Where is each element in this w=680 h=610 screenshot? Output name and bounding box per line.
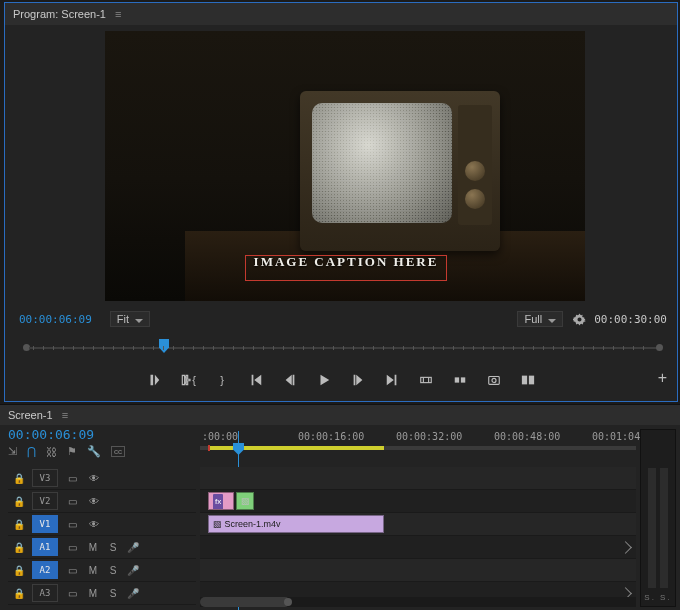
extract-button[interactable]: [452, 372, 468, 388]
solo-button[interactable]: S: [106, 588, 120, 599]
clip-label: Screen-1.m4v: [225, 519, 281, 529]
track-target-v3[interactable]: V3: [32, 469, 58, 487]
mark-in-button[interactable]: [146, 372, 162, 388]
track-target-v2[interactable]: V2: [32, 492, 58, 510]
timeline-hscrollbar[interactable]: [200, 597, 636, 607]
mark-out-button[interactable]: {: [180, 372, 196, 388]
lock-icon[interactable]: 🔒: [12, 542, 26, 553]
svg-rect-6: [529, 376, 534, 385]
panel-menu-icon[interactable]: ≡: [115, 3, 121, 25]
sequence-timecode[interactable]: 00:00:06:09: [8, 427, 94, 442]
step-back-button[interactable]: [282, 372, 298, 388]
eye-icon[interactable]: 👁: [86, 496, 102, 507]
solo-button[interactable]: S: [106, 565, 120, 576]
track-header-v2[interactable]: 🔒 V2 ▭ 👁: [8, 490, 196, 513]
track-target-a2[interactable]: A2: [32, 561, 58, 579]
program-monitor-header: Program: Screen-1 ≡: [5, 3, 677, 25]
comparison-view-button[interactable]: [520, 372, 536, 388]
lock-icon[interactable]: 🔒: [12, 473, 26, 484]
source-patch-icon[interactable]: ▭: [64, 588, 80, 599]
source-patch-icon[interactable]: ▭: [64, 565, 80, 576]
button-editor-add[interactable]: +: [658, 369, 667, 387]
lane-v1[interactable]: ▧ Screen-1.m4v: [200, 513, 636, 536]
lane-v2[interactable]: fx ▧: [200, 490, 636, 513]
caption-overlay[interactable]: IMAGE CAPTION HERE: [245, 255, 447, 281]
voiceover-icon[interactable]: 🎤: [126, 542, 140, 553]
timeline-tab[interactable]: Screen-1 ≡: [0, 405, 680, 425]
svg-point-4: [492, 378, 496, 382]
timeline-tools: ⇲ ⋂ ⛓ ⚑ 🔧 cc: [8, 445, 125, 458]
playhead-timecode[interactable]: 00:00:06:09: [19, 313, 92, 326]
preview-scene: IMAGE CAPTION HERE: [105, 31, 585, 301]
clip-video-1[interactable]: ▧ Screen-1.m4v: [208, 515, 384, 533]
source-patch-icon[interactable]: ▭: [64, 542, 80, 553]
program-time-ruler[interactable]: [19, 335, 667, 361]
source-patch-icon[interactable]: ▭: [64, 473, 80, 484]
voiceover-icon[interactable]: 🎤: [126, 565, 140, 576]
svg-rect-0: [421, 377, 432, 382]
program-preview[interactable]: IMAGE CAPTION HERE: [105, 31, 585, 301]
snap-icon[interactable]: ⋂: [27, 445, 36, 458]
track-header-a3[interactable]: 🔒 A3 ▭ M S 🎤: [8, 582, 196, 605]
nest-toggle-icon[interactable]: ⇲: [8, 445, 17, 458]
track-header-a2[interactable]: 🔒 A2 ▭ M S 🎤: [8, 559, 196, 582]
lane-a2[interactable]: [200, 559, 636, 582]
resolution-select[interactable]: Full: [517, 311, 563, 327]
clip-graphic-2[interactable]: ▧: [236, 492, 254, 510]
audio-meters[interactable]: S. S.: [640, 429, 676, 607]
track-header-v1[interactable]: 🔒 V1 ▭ 👁: [8, 513, 196, 536]
settings-icon[interactable]: [573, 313, 586, 326]
lock-icon[interactable]: 🔒: [12, 519, 26, 530]
export-frame-button[interactable]: [486, 372, 502, 388]
track-header-v3[interactable]: 🔒 V3 ▭ 👁: [8, 467, 196, 490]
go-to-out-button[interactable]: [384, 372, 400, 388]
mark-clip-button[interactable]: }: [214, 372, 230, 388]
eye-icon[interactable]: 👁: [86, 519, 102, 530]
ruler-label: 00:00:48:00: [494, 431, 560, 442]
source-patch-icon[interactable]: ▭: [64, 519, 80, 530]
lift-button[interactable]: [418, 372, 434, 388]
mute-button[interactable]: M: [86, 542, 100, 553]
mute-button[interactable]: M: [86, 588, 100, 599]
lane-v3[interactable]: [200, 467, 636, 490]
timeline-lanes[interactable]: fx ▧ ▧ Screen-1.m4v: [200, 467, 636, 605]
lock-icon[interactable]: 🔒: [12, 588, 26, 599]
lane-a1[interactable]: [200, 536, 636, 559]
linked-selection-icon[interactable]: ⛓: [46, 446, 57, 458]
marker-icon[interactable]: ⚑: [67, 445, 77, 458]
scroll-thumb[interactable]: [200, 597, 290, 607]
timeline-panel: Screen-1 ≡ 00:00:06:09 ⇲ ⋂ ⛓ ⚑ 🔧 cc :00:…: [0, 404, 680, 610]
svg-rect-1: [455, 377, 459, 382]
go-to-in-button[interactable]: [248, 372, 264, 388]
solo-button[interactable]: S: [106, 542, 120, 553]
track-headers: 🔒 V3 ▭ 👁 🔒 V2 ▭ 👁 🔒 V1 ▭ 👁 🔒 A1 ▭ M S 🎤 …: [8, 467, 196, 605]
track-target-a3[interactable]: A3: [32, 584, 58, 602]
ruler-label: 00:00:32:00: [396, 431, 462, 442]
track-target-a1[interactable]: A1: [32, 538, 58, 556]
timeline-header: 00:00:06:09: [8, 427, 94, 442]
step-forward-button[interactable]: [350, 372, 366, 388]
track-header-a1[interactable]: 🔒 A1 ▭ M S 🎤: [8, 536, 196, 559]
transport-controls: { }: [5, 365, 677, 395]
timeline-ruler[interactable]: :00:00 00:00:16:00 00:00:32:00 00:00:48:…: [200, 431, 636, 463]
svg-rect-3: [489, 377, 500, 385]
play-button[interactable]: [316, 372, 332, 388]
settings-icon[interactable]: 🔧: [87, 445, 101, 458]
svg-rect-5: [522, 376, 527, 385]
source-patch-icon[interactable]: ▭: [64, 496, 80, 507]
track-target-v1[interactable]: V1: [32, 515, 58, 533]
program-playhead[interactable]: [159, 339, 169, 353]
panel-menu-icon[interactable]: ≡: [62, 409, 68, 421]
clip-graphic-1[interactable]: fx: [208, 492, 234, 510]
mute-button[interactable]: M: [86, 565, 100, 576]
voiceover-icon[interactable]: 🎤: [126, 588, 140, 599]
lock-icon[interactable]: 🔒: [12, 496, 26, 507]
zoom-select[interactable]: Fit: [110, 311, 150, 327]
captions-toggle-icon[interactable]: cc: [111, 446, 125, 457]
program-info-bar: 00:00:06:09 Fit Full 00:00:30:00: [19, 309, 667, 329]
eye-icon[interactable]: 👁: [86, 473, 102, 484]
meter-solo-labels: S. S.: [641, 593, 675, 602]
duration-timecode[interactable]: 00:00:30:00: [594, 313, 667, 326]
lock-icon[interactable]: 🔒: [12, 565, 26, 576]
ruler-label: 00:00:16:00: [298, 431, 364, 442]
